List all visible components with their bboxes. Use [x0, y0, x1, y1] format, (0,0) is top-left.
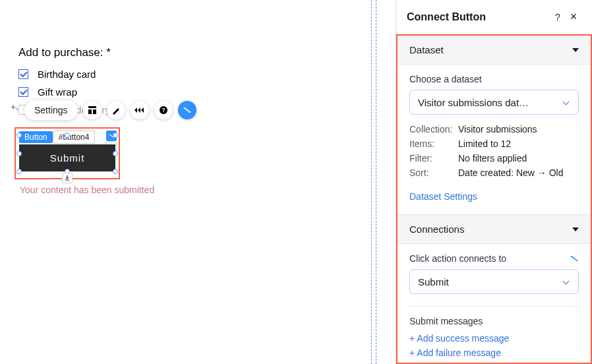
meta-value: No filters applied [458, 153, 527, 164]
section-connections-header[interactable]: Connections [398, 215, 591, 244]
status-message: Your content has been submitted [20, 185, 154, 195]
guide-line [371, 0, 372, 364]
undo-icon[interactable] [11, 105, 22, 115]
submit-button[interactable]: Submit [19, 144, 115, 171]
animation-icon[interactable] [131, 101, 149, 119]
click-action-value: Submit [418, 276, 562, 288]
meta-key: Items: [409, 138, 458, 149]
design-icon[interactable] [107, 101, 125, 119]
add-failure-link[interactable]: + Add failure message [409, 348, 579, 358]
meta-key: Sort: [409, 167, 458, 178]
submit-messages-label: Submit messages [409, 316, 579, 326]
help-icon[interactable]: ? [550, 12, 566, 22]
dataset-select-value: Visitor submissions dat… [418, 97, 562, 108]
svg-rect-1 [88, 109, 92, 114]
close-icon[interactable]: × [566, 10, 581, 24]
section-title: Dataset [409, 44, 444, 55]
chevron-down-icon [562, 278, 570, 286]
meta-key: Filter: [409, 153, 458, 164]
resize-handle[interactable] [16, 169, 22, 174]
resize-handle[interactable] [113, 133, 118, 138]
svg-rect-0 [88, 106, 96, 108]
meta-value: Date created: New → Old [458, 167, 564, 178]
choose-dataset-label: Choose a dataset [409, 74, 579, 84]
checkbox-label: Gift wrap [38, 86, 77, 98]
section-title: Connections [409, 224, 464, 235]
guide-line [376, 0, 376, 364]
checkbox-label: Birthday card [38, 69, 96, 80]
element-id-tag[interactable]: #button4 [53, 131, 96, 144]
meta-key: Collection: [409, 124, 458, 135]
settings-button[interactable]: Settings [24, 100, 78, 120]
resize-handle[interactable] [65, 133, 70, 138]
chevron-down-icon [562, 98, 570, 106]
add-success-link[interactable]: + Add success message [409, 333, 579, 344]
chevron-down-icon [572, 48, 579, 52]
section-dataset-header[interactable]: Dataset [398, 36, 591, 65]
panel-body-highlight: Dataset Choose a dataset Visitor submiss… [396, 34, 592, 364]
checkbox-row[interactable]: Birthday card [18, 69, 282, 80]
checkbox-row[interactable]: Gift wrap [18, 86, 282, 98]
connect-data-icon[interactable] [178, 101, 196, 119]
resize-handle[interactable] [113, 151, 118, 156]
click-action-label: Click action connects to [409, 253, 506, 264]
section-connections-body: Click action connects to Submit Submit m… [398, 244, 591, 364]
dataset-select[interactable]: Visitor submissions dat… [409, 90, 579, 115]
submit-messages: Submit messages + Add success message + … [409, 316, 579, 358]
meta-value: Visitor submissions [458, 124, 537, 135]
meta-value: Limited to 12 [458, 138, 511, 149]
layout-icon[interactable] [83, 101, 102, 119]
svg-rect-2 [93, 109, 96, 114]
panel-header: Connect Button ? × [396, 0, 592, 34]
element-type-tag[interactable]: Button [19, 131, 53, 143]
panel-title: Connect Button [407, 11, 550, 23]
connect-panel: Connect Button ? × Dataset Choose a data… [396, 0, 592, 364]
svg-text:?: ? [162, 107, 165, 113]
editor-canvas[interactable]: Add to purchase: * Birthday card Gift wr… [0, 0, 396, 364]
connect-data-icon[interactable] [570, 254, 579, 263]
resize-handle[interactable] [16, 133, 22, 138]
section-dataset-body: Choose a dataset Visitor submissions dat… [398, 65, 591, 215]
checkbox-icon[interactable] [18, 87, 28, 97]
resize-handle[interactable] [16, 151, 22, 156]
selection-highlight: Button #button4 Submit [15, 127, 120, 179]
dataset-settings-link[interactable]: Dataset Settings [409, 191, 477, 202]
checkbox-icon[interactable] [18, 69, 28, 79]
dataset-meta: Collection:Visitor submissions Items:Lim… [409, 124, 579, 178]
resize-handle[interactable] [113, 169, 118, 174]
help-icon[interactable]: ? [154, 101, 173, 119]
click-action-select[interactable]: Submit [409, 269, 579, 294]
divider [409, 306, 579, 307]
selection-box[interactable]: Button #button4 Submit [19, 135, 115, 171]
form-title: Add to purchase: * [18, 46, 282, 59]
element-toolbar: Settings ? [11, 100, 196, 120]
chevron-down-icon [572, 228, 579, 231]
download-icon[interactable] [62, 173, 73, 183]
